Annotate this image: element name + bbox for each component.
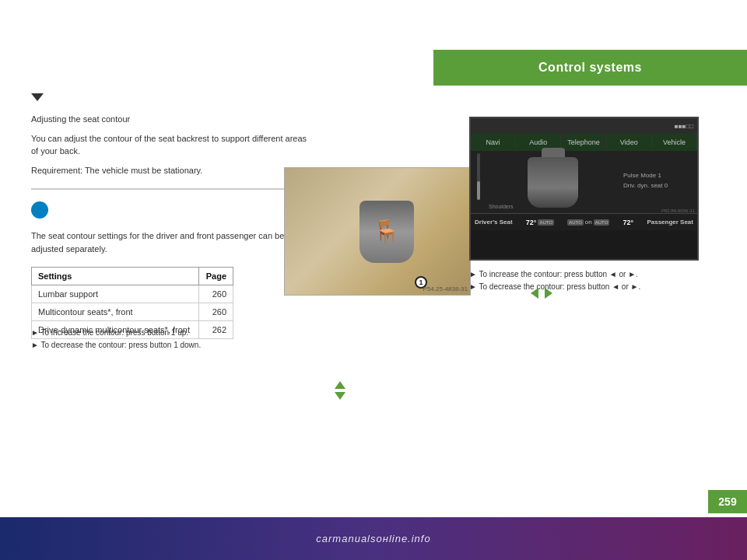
photo-reference: P54.25-4838-31 (423, 285, 468, 292)
table-cell-page: 260 (199, 285, 233, 303)
note-icon (31, 201, 48, 219)
photo-inner: 🪑 1 P54.25-4838-31 (285, 168, 470, 295)
middle-text-line-2: ► To decrease the contour: press button … (31, 339, 303, 352)
body-text-req: Requirement: The vehicle must be station… (31, 164, 311, 177)
center-controls: AUTO on AUTO (567, 219, 609, 226)
table-header-settings: Settings (32, 268, 199, 285)
arrow-icons-left (335, 381, 345, 400)
on-text: on (585, 219, 592, 226)
seat-control-element: 🪑 (359, 201, 414, 263)
auto-badge-center: AUTO (567, 219, 584, 226)
driv-dyn-text: Driv. dyn. seat 0 (623, 182, 693, 189)
screen-ref: P82.86-6656-31 (661, 208, 695, 213)
middle-text-line-1: ► To increase the contour: press button … (31, 327, 303, 339)
passenger-temp: 72° (623, 219, 634, 226)
header-title: Control systems (538, 61, 642, 75)
left-right-arrows (531, 288, 552, 299)
right-text-line-1: ► To increase the contour: press button … (469, 268, 699, 281)
table-row: Multicontour seats*, front 260 (32, 303, 233, 321)
screen-main-area: Shoulders Pulse Mode 1 Driv. dyn. seat 0… (471, 151, 697, 213)
driver-temp: 72° (526, 219, 537, 226)
driver-seat-label: Driver's Seat (475, 219, 513, 226)
table-cell-setting: Multicontour seats*, front (32, 303, 199, 321)
up-down-arrows (335, 381, 345, 400)
passenger-seat-label: Passenger Seat (647, 219, 693, 226)
shoulders-label: Shoulders (486, 204, 514, 209)
auto-badge-right: AUTO (594, 219, 610, 226)
screen-display: ■■■□□ Navi Audio Telephone Video Vehicle (469, 117, 699, 261)
left-content-area: Adjusting the seat contour You can adjus… (31, 93, 311, 339)
screen-left-controls (471, 151, 486, 213)
screen-right-info: Pulse Mode 1 Driv. dyn. seat 0 (619, 151, 697, 213)
passenger-controls: 72° (623, 219, 634, 226)
page-number: 259 (718, 495, 736, 508)
header-banner: Control systems (433, 50, 747, 86)
driver-controls: 72° AUTO (526, 219, 554, 226)
table-cell-setting: Lumbar support (32, 285, 199, 303)
screen-center-seat: Shoulders (486, 151, 619, 213)
arrow-icons-right (531, 288, 552, 299)
right-text-area: ► To increase the contour: press button … (469, 268, 699, 293)
table-cell-page: 260 (199, 303, 233, 321)
page-number-badge: 259 (708, 490, 747, 513)
left-arrow-icon (531, 288, 538, 299)
bottom-watermark: carmanualsонline.info (0, 517, 747, 560)
body-text-heading: Adjusting the seat contour (31, 113, 311, 126)
seat-graphic (528, 157, 578, 208)
right-text-line-2: ► To decrease the contour: press button … (469, 281, 699, 293)
center-photo: 🪑 1 P54.25-4838-31 (284, 167, 471, 296)
right-arrow-icon (545, 288, 552, 299)
screen-indicator: ■■■□□ (675, 123, 693, 130)
down-arrow-icon (335, 392, 345, 400)
screen-bottom-bar: Driver's Seat 72° AUTO AUTO on AUTO 72° … (471, 213, 697, 230)
tab-video[interactable]: Video (607, 134, 652, 151)
photo-bg: 🪑 1 P54.25-4838-31 (285, 168, 470, 295)
up-arrow-icon (335, 381, 345, 389)
slider-track (477, 153, 480, 200)
auto-badge-driver: AUTO (538, 219, 554, 226)
triangle-marker (31, 93, 44, 101)
middle-text-area: ► To increase the contour: press button … (31, 327, 303, 352)
seat-graphic-container (528, 157, 578, 208)
screen-nav-tabs: Navi Audio Telephone Video Vehicle (471, 134, 697, 151)
tab-vehicle[interactable]: Vehicle (652, 134, 697, 151)
note-text: The seat contour settings for the driver… (31, 229, 311, 255)
seat-icon: 🪑 (373, 219, 400, 244)
pulse-mode-text: Pulse Mode 1 (623, 172, 693, 179)
tab-navi[interactable]: Navi (471, 134, 516, 151)
divider (31, 188, 311, 190)
table-row: Lumbar support 260 (32, 285, 233, 303)
tab-telephone[interactable]: Telephone (561, 134, 606, 151)
table-header-page: Page (199, 268, 233, 285)
watermark-text: carmanualsонline.info (316, 533, 430, 544)
slider-fill (477, 181, 480, 200)
screen-top-bar: ■■■□□ (471, 118, 697, 134)
body-text-desc: You can adjust the contour of the seat b… (31, 132, 311, 158)
